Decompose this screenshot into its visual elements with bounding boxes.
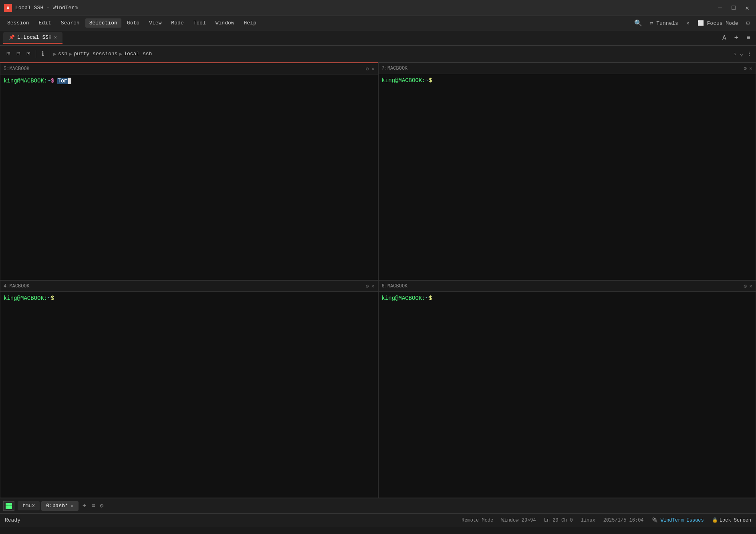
pane-4-content[interactable]: king@MACBOOK:~$ [0, 292, 378, 498]
pane-5-close-icon[interactable]: ✕ [371, 66, 375, 72]
tab-menu-button[interactable]: ≡ [744, 34, 753, 42]
pane-4-title: 4:MACBOOK [4, 283, 366, 289]
tab-settings-button[interactable]: ⚙ [99, 502, 105, 509]
app-icon: W [4, 4, 12, 12]
toolbar-menu-button[interactable]: ⋮ [746, 50, 752, 57]
status-ready: Ready [5, 517, 20, 523]
toolbar-right-controls: › ⌄ ⋮ [733, 50, 752, 57]
close-button[interactable]: ✕ [742, 3, 752, 13]
tmux-label: tmux [22, 503, 35, 509]
menu-mode[interactable]: Mode [167, 18, 187, 28]
pane-5-settings-icon[interactable]: ⚙ [366, 66, 369, 72]
info-button[interactable]: ℹ [39, 48, 46, 59]
pane-6-user: king [382, 295, 395, 301]
status-window-size: Window 29×94 [501, 518, 536, 523]
bottom-tab-bash[interactable]: 0:bash* ✕ [41, 501, 78, 511]
pane-7-macbook[interactable]: 7:MACBOOK ⚙ ✕ king@MACBOOK:~$ [378, 62, 756, 280]
menu-window[interactable]: Window [212, 18, 238, 28]
breadcrumb-ssh[interactable]: ssh [58, 51, 67, 57]
chevron-right-icon[interactable]: › [733, 51, 736, 57]
menu-selection[interactable]: Selection [85, 18, 121, 28]
add-tab-button[interactable]: + [732, 33, 741, 43]
status-datetime: 2025/1/5 16:04 [603, 518, 644, 523]
menu-goto[interactable]: Goto [123, 18, 143, 28]
menu-maximize-icon[interactable]: ⊡ [743, 18, 753, 28]
pane-5-macbook[interactable]: 5:MACBOOK ⚙ ✕ king@MACBOOK:~$ Tom [0, 62, 378, 280]
breadcrumb-putty[interactable]: putty sessions [74, 51, 117, 57]
list-tabs-button[interactable]: ≡ [90, 503, 97, 509]
pane-4-settings-icon[interactable]: ⚙ [366, 283, 369, 289]
pane-5-controls: ⚙ ✕ [366, 66, 375, 72]
bottom-tab-bar: tmux 0:bash* ✕ + ≡ ⚙ [0, 498, 756, 513]
windterm-issues-link[interactable]: 🔌 WindTerm Issues [652, 517, 704, 523]
status-cursor-pos: Ln 29 Ch 0 [544, 518, 573, 523]
toolbar-separator-2 [50, 50, 50, 58]
font-size-up-button[interactable]: A [720, 34, 729, 42]
menu-close-x[interactable]: ✕ [683, 18, 693, 28]
pane-6-content[interactable]: king@MACBOOK:~$ [379, 292, 756, 498]
bash-tab-close[interactable]: ✕ [71, 503, 74, 509]
title-bar: W Local SSH - WindTerm — □ ✕ [0, 0, 756, 16]
pane-6-close-icon[interactable]: ✕ [749, 283, 752, 289]
breadcrumb-arrow-3: ▶ [119, 51, 122, 57]
pane-5-content[interactable]: king@MACBOOK:~$ Tom [0, 74, 378, 280]
pane-4-user: king [4, 295, 17, 301]
bash-label: 0:bash* [46, 503, 68, 509]
pane-5-user: king [4, 78, 17, 84]
split-h-button[interactable]: ⊟ [14, 48, 22, 59]
maximize-button[interactable]: □ [729, 3, 738, 13]
tunnels-button[interactable]: ⇄ Tunnels [647, 18, 681, 28]
window-title: Local SSH - WindTerm [15, 5, 715, 11]
tab-bar-controls: A + ≡ [720, 33, 753, 43]
pane-4-macbook[interactable]: 4:MACBOOK ⚙ ✕ king@MACBOOK:~$ [0, 280, 378, 498]
breadcrumb-arrow-1: ▶ [53, 51, 56, 57]
pane-7-controls: ⚙ ✕ [744, 65, 752, 72]
tab-label: 1.Local SSH [17, 34, 52, 40]
window-controls: — □ ✕ [715, 3, 752, 13]
tab-bar: 📌 1.Local SSH ✕ A + ≡ [0, 30, 756, 46]
pane-7-title: 7:MACBOOK [382, 66, 744, 71]
breadcrumb-arrow-2: ▶ [69, 51, 72, 57]
menu-view[interactable]: View [145, 18, 165, 28]
split-v-button[interactable]: ⊡ [24, 48, 32, 59]
pane-7-settings-icon[interactable]: ⚙ [744, 65, 747, 72]
terminal-grid: 5:MACBOOK ⚙ ✕ king@MACBOOK:~$ Tom 7:MACB… [0, 62, 756, 498]
add-tab-bottom-button[interactable]: + [80, 502, 89, 510]
minimize-button[interactable]: — [715, 3, 725, 13]
breadcrumb-local-ssh[interactable]: local ssh [124, 51, 152, 57]
pane-7-header: 7:MACBOOK ⚙ ✕ [379, 63, 756, 74]
lock-screen-label: Lock Screen [720, 518, 751, 523]
menu-tool[interactable]: Tool [190, 18, 210, 28]
pane-6-settings-icon[interactable]: ⚙ [744, 283, 747, 289]
lock-icon: 🔒 [712, 517, 718, 523]
menu-edit[interactable]: Edit [35, 18, 55, 28]
menu-help[interactable]: Help [240, 18, 260, 28]
pin-icon: 📌 [9, 34, 15, 40]
pane-4-header: 4:MACBOOK ⚙ ✕ [0, 281, 378, 292]
pane-4-close-icon[interactable]: ✕ [371, 283, 375, 289]
pane-7-content[interactable]: king@MACBOOK:~$ [379, 74, 756, 280]
tab-close-button[interactable]: ✕ [54, 34, 57, 40]
toolbar-separator [36, 50, 36, 58]
search-icon[interactable]: 🔍 [631, 18, 645, 29]
pane-7-close-icon[interactable]: ✕ [749, 65, 752, 72]
focus-mode-button[interactable]: ⬜ Focus Mode [694, 18, 742, 28]
tmux-icon [3, 501, 14, 511]
tab-local-ssh[interactable]: 📌 1.Local SSH ✕ [3, 32, 62, 44]
new-tab-button[interactable]: ⊞ [4, 48, 12, 59]
bottom-tab-tmux[interactable]: tmux [18, 501, 40, 510]
menu-search[interactable]: Search [57, 18, 84, 28]
pane-5-cursor [68, 78, 71, 84]
pane-6-header: 6:MACBOOK ⚙ ✕ [379, 281, 756, 292]
pane-4-controls: ⚙ ✕ [366, 283, 375, 289]
pane-5-title: 5:MACBOOK [4, 66, 366, 72]
toolbar: ⊞ ⊟ ⊡ ℹ ▶ ssh ▶ putty sessions ▶ local s… [0, 46, 756, 62]
lock-screen-button[interactable]: 🔒 Lock Screen [712, 517, 751, 523]
menu-bar: Session Edit Search Selection Goto View … [0, 16, 756, 30]
pane-6-title: 6:MACBOOK [382, 283, 744, 289]
pane-6-controls: ⚙ ✕ [744, 283, 752, 289]
chevron-down-icon[interactable]: ⌄ [740, 50, 743, 57]
pane-6-macbook[interactable]: 6:MACBOOK ⚙ ✕ king@MACBOOK:~$ [378, 280, 756, 498]
status-os: linux [581, 518, 595, 523]
menu-session[interactable]: Session [3, 18, 33, 28]
